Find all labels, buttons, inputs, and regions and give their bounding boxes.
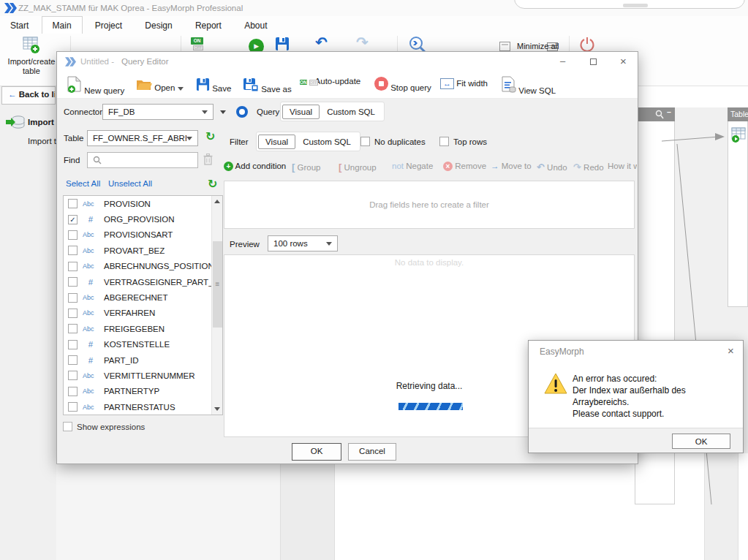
field-row[interactable]: AbcABRECHNUNGS_POSITION <box>64 259 213 274</box>
clear-find-trash-icon[interactable] <box>203 154 213 165</box>
scroll-up-icon[interactable] <box>214 200 220 203</box>
no-duplicates-checkbox[interactable] <box>360 137 370 146</box>
add-icon: + <box>224 162 233 171</box>
chevron-down-icon <box>326 242 332 246</box>
cancel-button[interactable]: Cancel <box>348 443 396 461</box>
tab-filter-visual[interactable]: Visual <box>258 135 295 149</box>
field-type-icon: Abc <box>83 294 99 301</box>
field-checkbox[interactable] <box>68 199 78 208</box>
undo-filter-button[interactable]: ↶ Undo <box>537 162 567 173</box>
field-type-icon: Abc <box>83 372 99 379</box>
top-rows-checkbox[interactable] <box>439 137 449 146</box>
field-checkbox[interactable] <box>68 277 78 287</box>
field-type-icon: Abc <box>83 387 99 395</box>
tab-query-custom-sql[interactable]: Custom SQL <box>320 105 382 119</box>
error-ok-button[interactable]: OK <box>672 434 730 449</box>
field-checkbox[interactable]: ✓ <box>68 215 78 224</box>
move-to-button[interactable]: → Move to <box>491 162 532 170</box>
connector-menu-caret[interactable] <box>220 110 226 114</box>
search-icon <box>93 156 102 164</box>
field-row[interactable]: AbcPROVISIONSART <box>64 227 213 243</box>
field-list-scrollbar[interactable]: ≡ <box>211 196 222 415</box>
add-condition-button[interactable]: + Add condition <box>224 162 286 171</box>
select-all-link[interactable]: Select All <box>66 179 100 188</box>
field-checkbox[interactable] <box>68 402 78 412</box>
view-sql-button[interactable]: View SQL <box>502 76 556 95</box>
field-row[interactable]: AbcPARTNERTYP <box>64 384 213 399</box>
refresh-fields-icon[interactable]: ↻ <box>208 177 217 191</box>
ok-button[interactable]: OK <box>292 443 341 461</box>
negate-button[interactable]: not Negate <box>392 162 433 170</box>
field-row[interactable]: AbcPROVART_BEZ <box>64 243 213 258</box>
tab-query-visual[interactable]: Visual <box>282 105 320 119</box>
field-row[interactable]: #KOSTENSTELLE <box>64 337 213 352</box>
new-query-button[interactable]: New query <box>67 76 124 95</box>
open-button[interactable]: Open <box>136 77 184 92</box>
field-checkbox[interactable] <box>68 340 78 349</box>
minimize-button[interactable]: – <box>560 56 565 67</box>
field-name: PROVISION <box>104 200 151 208</box>
field-checkbox[interactable] <box>68 230 78 240</box>
scroll-down-icon[interactable] <box>214 407 220 411</box>
field-checkbox[interactable] <box>68 246 78 255</box>
remove-button[interactable]: × Remove <box>443 162 486 171</box>
redo-icon: ↷ <box>573 162 581 173</box>
field-row[interactable]: AbcVERMITTLERNUMMER <box>64 368 213 383</box>
field-row[interactable]: AbcPARTNERSTATUS <box>64 399 213 415</box>
how-it-works-link[interactable]: How it w <box>608 162 637 170</box>
field-row[interactable]: #PART_ID <box>64 352 213 368</box>
refresh-tables-icon[interactable]: ↻ <box>205 129 215 143</box>
tab-filter-custom-sql[interactable]: Custom SQL <box>295 135 358 149</box>
move-to-icon: → <box>491 162 499 170</box>
not-icon: not <box>392 162 404 170</box>
fit-width-button[interactable]: ↔ Fit width <box>440 78 488 89</box>
field-row[interactable]: ✓#ORG_PROVISION <box>64 211 213 227</box>
connector-select[interactable]: FF_DB <box>102 104 214 120</box>
query-mode-tabs: Visual Custom SQL <box>280 102 385 121</box>
find-input[interactable] <box>87 152 198 168</box>
field-list-rows: AbcPROVISION✓#ORG_PROVISIONAbcPROVISIONS… <box>64 196 213 415</box>
field-row[interactable]: AbcVERFAHREN <box>64 306 213 321</box>
ungroup-button[interactable]: [ Ungroup <box>339 162 377 173</box>
field-name: VERMITTLERNUMMER <box>104 371 195 380</box>
redo-filter-button[interactable]: ↷ Redo <box>573 162 604 173</box>
error-dialog-title: EasyMorph <box>540 347 584 357</box>
field-checkbox[interactable] <box>68 355 78 365</box>
field-row[interactable]: AbcFREIGEGEBEN <box>64 321 213 336</box>
undo-icon: ↶ <box>537 162 545 173</box>
stop-query-button[interactable]: Stop query <box>374 77 431 92</box>
field-checkbox[interactable] <box>68 293 78 303</box>
field-checkbox[interactable] <box>68 324 78 333</box>
filter-drop-area[interactable]: Drag fields here to create a filter <box>224 181 635 229</box>
open-dropdown-caret[interactable] <box>178 87 184 91</box>
auto-update-toggle[interactable]: ONOFF Auto-update <box>300 77 360 90</box>
field-name: PARTNERSTATUS <box>104 403 175 412</box>
field-checkbox[interactable] <box>68 387 78 396</box>
save-button[interactable]: Save <box>196 77 231 93</box>
group-button[interactable]: [ Group <box>292 162 321 173</box>
dialog-title: Query Editor <box>121 57 169 66</box>
field-row[interactable]: #VERTRAGSEIGNER_PART_ID <box>64 274 213 290</box>
close-icon[interactable]: × <box>728 344 734 357</box>
query-editor-title-bar[interactable]: Untitled - Query Editor – × <box>57 52 638 72</box>
maximize-button[interactable] <box>590 58 597 65</box>
connection-status-icon[interactable] <box>236 106 248 118</box>
preview-rows-select[interactable]: 100 rows <box>268 235 338 251</box>
fit-width-icon: ↔ <box>440 78 454 89</box>
auto-update-on-icon: ONOFF <box>300 77 313 90</box>
unselect-all-link[interactable]: Unselect All <box>108 179 152 188</box>
query-editor-toolbar: New query Open Save Save as ONOFF Auto-u… <box>57 72 638 99</box>
ungroup-icon: [ <box>339 162 341 173</box>
close-button[interactable]: × <box>620 55 627 67</box>
connector-label: Connector <box>64 107 102 116</box>
scroll-thumb[interactable]: ≡ <box>213 241 222 328</box>
save-as-button[interactable]: Save as <box>243 77 292 94</box>
drop-hint: Drag fields here to create a filter <box>369 200 489 209</box>
field-checkbox[interactable] <box>68 371 78 380</box>
field-checkbox[interactable] <box>68 309 78 318</box>
field-checkbox[interactable] <box>68 262 78 271</box>
field-row[interactable]: AbcPROVISION <box>64 196 213 211</box>
table-select[interactable]: FF_OWNER.S_FF_ABRECHN... <box>87 130 198 146</box>
show-expressions-checkbox[interactable] <box>63 422 72 431</box>
field-row[interactable]: AbcABGERECHNET <box>64 290 213 305</box>
